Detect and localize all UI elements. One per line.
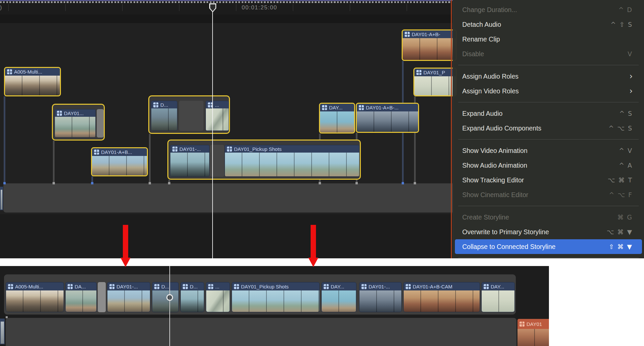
clip-label: DAY01-A+B... <box>101 149 132 155</box>
storyline-clip[interactable]: A005-Multi... <box>6 282 64 312</box>
menu-item-create-storyline[interactable]: Create Storyline⌘ G <box>453 210 644 225</box>
multicam-icon <box>484 284 489 289</box>
menu-item-label: Expand Audio Components <box>462 124 609 132</box>
ruler-tick <box>407 4 407 11</box>
storyline-clip[interactable]: D... <box>180 282 204 312</box>
menu-item-label: Overwrite to Primary Storyline <box>462 228 607 236</box>
storyline-clip[interactable]: DAY01-... <box>359 282 402 312</box>
storyline-gap-clip[interactable] <box>97 109 104 138</box>
clip-title-bar: DAY... <box>320 104 354 111</box>
menu-item-expand-audio[interactable]: Expand Audio^ S <box>453 106 644 121</box>
clip-label: DAY01-A+B-... <box>366 105 399 110</box>
playhead-line[interactable] <box>212 9 213 258</box>
clip-thumbnail <box>403 38 456 60</box>
menu-separator <box>453 98 644 106</box>
storyline-clip[interactable]: DA... <box>65 282 97 312</box>
primary-storyline-lane <box>3 183 453 212</box>
storyline-gap-clip[interactable] <box>98 282 106 312</box>
clip-thumbnail <box>107 290 150 312</box>
timeline-lower-area <box>0 214 453 258</box>
clip-thumbnail <box>55 117 95 137</box>
storyline-clip[interactable]: DAY01_Pickup Shots <box>225 145 359 177</box>
storyline-clip[interactable]: D... <box>151 101 177 131</box>
clip-label: ... <box>215 284 220 289</box>
menu-item-assign-audio-roles[interactable]: Assign Audio Roles› <box>453 69 644 84</box>
clip[interactable]: DAY01-A+B... <box>91 147 148 176</box>
storyline-clip[interactable]: DAY01-A+B-CAM <box>403 282 480 312</box>
clip-context-menu: Change Duration...^ DDetach Audio^ ⇧ SRe… <box>453 0 644 258</box>
storyline-clip[interactable]: D... <box>152 282 179 312</box>
menu-item-label: Assign Video Roles <box>462 87 629 95</box>
menu-item-change-duration[interactable]: Change Duration...^ D <box>453 2 644 17</box>
storyline-clip[interactable]: ... <box>206 101 229 131</box>
storyline-gap-clip[interactable] <box>179 101 204 131</box>
clip[interactable]: DAY01_P <box>413 68 457 96</box>
ruler-timecode: 00:01:25:00 <box>242 4 277 11</box>
menu-item-disable[interactable]: DisableV <box>453 47 644 61</box>
multicam-icon <box>322 105 327 110</box>
clip[interactable]: DAY01-A+B-... <box>356 103 419 133</box>
clip-thumbnail <box>322 290 356 312</box>
clip[interactable]: DAY01-A+B- <box>402 29 457 61</box>
clip-thumbnail <box>517 329 549 346</box>
clip-thumbnail <box>66 290 96 312</box>
menu-item-show-cinematic-editor[interactable]: Show Cinematic Editor^ ⌥ F <box>453 187 644 202</box>
storyline-clip[interactable]: DAY01-... <box>107 282 150 312</box>
connected-storyline[interactable]: D...... <box>148 95 230 134</box>
menu-item-show-tracking-editor[interactable]: Show Tracking Editor⌥ ⌘ T <box>453 173 644 187</box>
multicam-icon <box>7 69 12 74</box>
clip-title-bar: DAY01... <box>55 109 95 117</box>
clip-label: D... <box>160 102 168 108</box>
storyline-clip[interactable]: DAY01... <box>55 109 96 138</box>
storyline-clip[interactable]: DAY... <box>321 282 356 312</box>
clip-title-bar: ... <box>206 282 230 290</box>
clip-label: A005-Multi... <box>15 284 43 289</box>
menu-item-detach-audio[interactable]: Detach Audio^ ⇧ S <box>453 17 644 32</box>
clip-label: DAY... <box>329 105 342 110</box>
clip-title-bar: DAY01_Pickup Shots <box>225 145 359 153</box>
clip-title-bar: DA... <box>66 282 96 290</box>
menu-item-shortcut: ⌥ ⌘ ▼ <box>607 228 633 236</box>
storyline-clip[interactable]: DAY01_Pickup Shots <box>232 282 320 312</box>
clip-thumbnail <box>404 290 480 312</box>
storyline-clip[interactable]: DAY01-... <box>170 145 210 177</box>
primary-storyline-lane <box>6 318 516 346</box>
storyline-clip[interactable]: ... <box>206 282 230 312</box>
clip-thumbnail <box>206 108 229 131</box>
menu-item-collapse-to-connected-storyline[interactable]: Collapse to Connected Storyline⇧ ⌘ ▼ <box>455 239 642 254</box>
red-arrow-shaft <box>123 225 128 258</box>
submenu-chevron-icon: › <box>629 87 633 95</box>
clip-edge-sliver[interactable] <box>0 187 3 210</box>
menu-separator <box>453 202 644 210</box>
storyline-clip[interactable]: DAY... <box>481 282 515 312</box>
playhead-line[interactable] <box>169 266 170 346</box>
menu-item-show-audio-animation[interactable]: Show Audio Animation^ A <box>453 158 644 173</box>
connected-storyline[interactable]: DAY01-...DAY01_Pickup Shots <box>167 140 361 180</box>
clip-thumbnail <box>206 290 230 312</box>
playhead-knob[interactable] <box>166 294 173 301</box>
menu-item-show-video-animation[interactable]: Show Video Animation^ V <box>453 143 644 158</box>
menu-separator <box>453 136 644 143</box>
clip-title-bar: DAY01 <box>517 319 549 329</box>
menu-item-expand-audio-components[interactable]: Expand Audio Components^ ⌥ S <box>453 121 644 136</box>
clip[interactable]: DAY... <box>319 103 355 134</box>
clip-thumbnail <box>357 111 418 132</box>
connected-storyline[interactable]: DAY01... <box>52 104 105 141</box>
top-timeline: ) 00:01:25:00 A005-Multi...DAY01-A+B...D… <box>0 0 644 258</box>
ruler-tick <box>8 4 9 11</box>
menu-item-overwrite-to-primary-storyline[interactable]: Overwrite to Primary Storyline⌥ ⌘ ▼ <box>453 225 644 239</box>
clip[interactable]: A005-Multi... <box>4 67 61 96</box>
menu-item-assign-video-roles[interactable]: Assign Video Roles› <box>453 84 644 98</box>
connection-hook-square <box>319 182 321 184</box>
menu-item-label: Create Storyline <box>462 213 617 221</box>
multicam-icon <box>234 284 239 289</box>
menu-item-rename-clip[interactable]: Rename Clip <box>453 32 644 47</box>
multicam-icon <box>208 284 213 289</box>
clip-title-bar: DAY01-... <box>170 145 209 153</box>
clip-orange[interactable]: DAY01 <box>517 319 549 346</box>
connection-stem <box>4 96 5 183</box>
ruler-partial-timecode: ) <box>0 5 2 11</box>
clip-edge-sliver[interactable] <box>0 319 5 344</box>
multicam-icon <box>153 102 158 107</box>
clip-title-bar: D... <box>151 101 177 108</box>
